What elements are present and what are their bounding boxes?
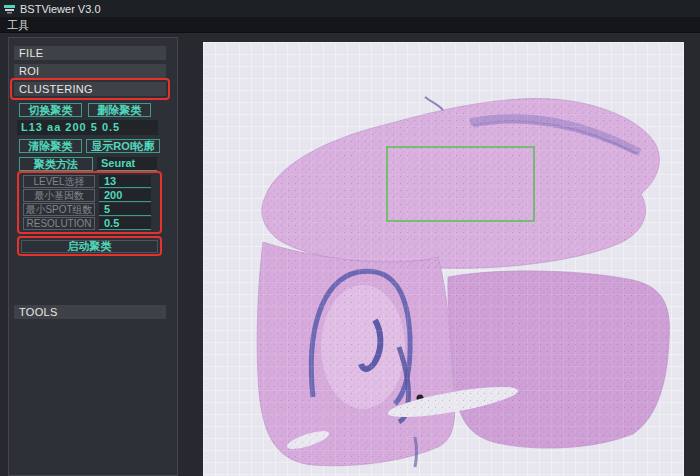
switch-cluster-button[interactable]: 切换聚类 bbox=[19, 103, 82, 117]
app-icon bbox=[4, 4, 15, 14]
sidebar-panel: FILE ROI CLUSTERING 切换聚类 删除聚类 L13 aa 200… bbox=[8, 37, 178, 476]
cluster-status-text: L13 aa 200 5 0.5 bbox=[17, 120, 158, 135]
start-cluster-button[interactable]: 启动聚类 bbox=[21, 240, 158, 253]
delete-cluster-button[interactable]: 删除聚类 bbox=[88, 103, 151, 117]
cluster-method-button[interactable]: 聚类方法 bbox=[19, 157, 93, 171]
menu-item-tools[interactable]: 工具 bbox=[0, 17, 36, 33]
window-title: BSTViewer V3.0 bbox=[20, 3, 101, 15]
section-header-clustering[interactable]: CLUSTERING bbox=[14, 82, 166, 96]
param-input-resolution[interactable]: 0.5 bbox=[99, 217, 151, 230]
param-input-min-spots[interactable]: 5 bbox=[99, 203, 151, 216]
param-label-min-spots: 最小SPOT组数 bbox=[23, 203, 95, 216]
tissue-image bbox=[203, 42, 684, 476]
application-window: BSTViewer V3.0 工具 FILE ROI CLUSTERING 切换… bbox=[0, 0, 700, 476]
section-header-roi[interactable]: ROI bbox=[14, 64, 166, 78]
title-bar: BSTViewer V3.0 bbox=[0, 0, 700, 17]
section-header-file[interactable]: FILE bbox=[14, 46, 166, 60]
show-roi-outline-button[interactable]: 显示ROI轮廓 bbox=[86, 139, 160, 153]
param-input-level[interactable]: 13 bbox=[99, 175, 151, 188]
section-header-tools[interactable]: TOOLS bbox=[14, 305, 166, 319]
cluster-method-value[interactable]: Seurat bbox=[97, 157, 157, 171]
param-label-resolution: RESOLUTION bbox=[23, 217, 95, 230]
param-label-level: LEVEL选择 bbox=[23, 175, 95, 188]
slide-viewer-canvas[interactable] bbox=[203, 42, 684, 476]
menu-bar: 工具 bbox=[0, 17, 700, 33]
clear-cluster-button[interactable]: 清除聚类 bbox=[19, 139, 82, 153]
param-label-min-genes: 最小基因数 bbox=[23, 189, 95, 202]
param-input-min-genes[interactable]: 200 bbox=[99, 189, 151, 202]
